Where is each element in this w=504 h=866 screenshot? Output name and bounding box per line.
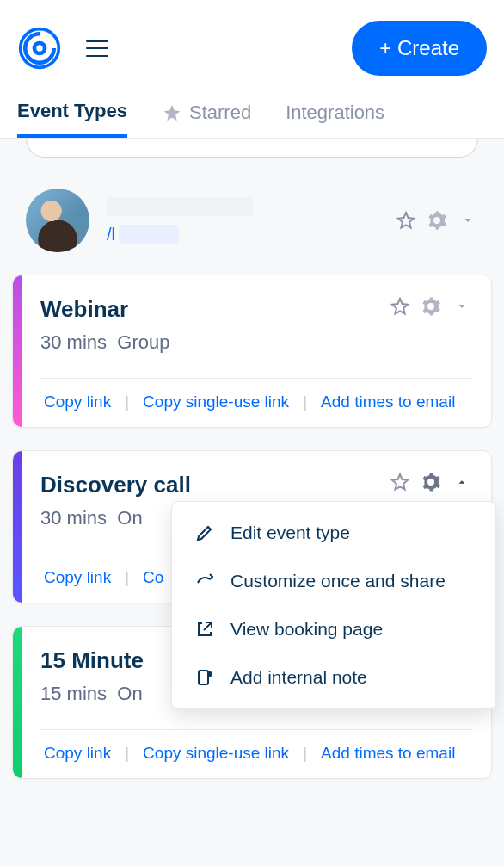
event-meta: 30 mins On — [40, 507, 191, 529]
menu-customize-share[interactable]: Customize once and share — [172, 557, 495, 605]
avatar[interactable] — [26, 189, 89, 252]
star-outline-icon[interactable] — [390, 472, 410, 492]
chevron-down-icon[interactable] — [452, 296, 472, 317]
card-stripe — [13, 451, 22, 603]
event-meta: 30 mins Group — [40, 331, 169, 354]
menu-edit-event-type[interactable]: Edit event type — [172, 509, 495, 557]
add-times-link[interactable]: Add times to email — [317, 744, 458, 763]
card-actions: Copy link | Copy single-use link | Add t… — [40, 744, 472, 763]
card-divider — [40, 378, 472, 379]
menu-label: Add internal note — [230, 667, 367, 688]
copy-single-use-link[interactable]: Copy single-use link — [139, 393, 292, 411]
star-outline-icon[interactable] — [390, 296, 410, 317]
copy-link[interactable]: Copy link — [40, 744, 114, 763]
chevron-up-icon[interactable] — [452, 472, 472, 492]
event-duration: 15 mins — [40, 683, 107, 704]
user-link-redacted — [119, 225, 179, 244]
card-divider — [40, 729, 472, 730]
user-info: /l — [107, 197, 253, 244]
event-title[interactable]: Webinar — [40, 296, 169, 323]
copy-link[interactable]: Copy link — [40, 568, 114, 587]
header-top-row: + Create — [17, 21, 487, 76]
calendly-logo[interactable] — [17, 26, 62, 71]
star-outline-icon[interactable] — [396, 210, 416, 231]
chevron-down-icon[interactable] — [458, 210, 478, 231]
copy-single-use-link[interactable]: Copy single-use link — [139, 744, 292, 763]
event-card: Discovery call 30 mins On Copy link | Co — [12, 450, 492, 603]
user-section: /l — [12, 182, 492, 275]
card-actions: Copy link | Copy single-use link | Add t… — [40, 393, 472, 411]
user-link-prefix: /l — [107, 225, 115, 244]
tab-starred-label: Starred — [189, 102, 251, 124]
app-header: + Create Event Types Starred Integration… — [0, 0, 504, 139]
header-left — [17, 26, 108, 71]
svg-point-2 — [36, 45, 42, 51]
event-kind: Group — [117, 331, 169, 353]
note-icon — [194, 667, 215, 688]
event-kind: On — [117, 683, 142, 704]
event-duration: 30 mins — [40, 507, 107, 529]
star-icon — [162, 102, 182, 123]
gear-icon[interactable] — [421, 296, 441, 317]
event-title[interactable]: Discovery call — [40, 472, 191, 498]
share-arrow-icon — [194, 571, 215, 591]
event-kind: On — [117, 507, 142, 529]
copy-link[interactable]: Copy link — [40, 393, 114, 411]
user-actions — [396, 210, 478, 231]
tab-starred[interactable]: Starred — [162, 102, 251, 136]
user-left: /l — [26, 189, 253, 252]
search-bar-edge[interactable] — [26, 139, 478, 158]
tab-event-types[interactable]: Event Types — [17, 100, 127, 138]
tab-integrations[interactable]: Integrations — [286, 102, 384, 136]
external-link-icon — [194, 619, 215, 640]
create-button[interactable]: + Create — [352, 21, 487, 76]
svg-rect-3 — [199, 671, 208, 684]
menu-add-internal-note[interactable]: Add internal note — [172, 653, 495, 702]
pencil-icon — [194, 523, 215, 543]
card-settings-menu: Edit event type Customize once and share… — [171, 501, 496, 709]
event-meta: 15 mins On — [40, 683, 144, 705]
menu-label: View booking page — [230, 619, 383, 640]
menu-view-booking-page[interactable]: View booking page — [172, 605, 495, 653]
card-stripe — [13, 275, 22, 427]
tabs-row: Event Types Starred Integrations — [17, 100, 487, 138]
card-stripe — [13, 627, 22, 778]
user-name-redacted — [107, 197, 253, 216]
copy-single-use-link[interactable]: Co — [139, 568, 167, 587]
gear-icon[interactable] — [427, 210, 447, 231]
menu-label: Edit event type — [230, 523, 350, 543]
event-title[interactable]: 15 Minute — [40, 647, 144, 674]
gear-icon[interactable] — [421, 472, 441, 492]
event-card: Webinar 30 mins Group Copy link | Copy s… — [12, 275, 492, 428]
add-times-link[interactable]: Add times to email — [317, 393, 458, 411]
event-duration: 30 mins — [40, 331, 107, 353]
menu-label: Customize once and share — [230, 571, 446, 591]
user-link[interactable]: /l — [107, 225, 253, 244]
menu-icon[interactable] — [86, 40, 108, 57]
main-content: /l Webinar 30 mins — [0, 139, 504, 779]
